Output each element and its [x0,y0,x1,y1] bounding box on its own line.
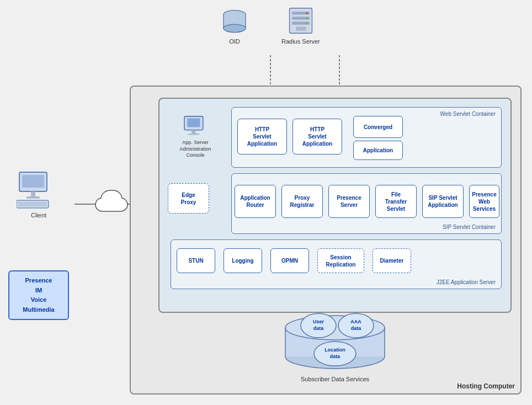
subscriber-db-icon: User data AAA data Location data [274,301,396,373]
edge-proxy-box: EdgeProxy [168,183,209,214]
application-box: Application [353,141,403,160]
monitor-icon [183,115,208,137]
web-servlet-label: Web Servlet Container [440,111,496,117]
subscriber-box: User data AAA data Location data Subscri… [158,297,512,382]
radius-component: Radius Server [281,6,320,45]
svg-rect-41 [26,196,40,199]
diameter-box: Diameter [373,248,411,273]
application-router: ApplicationRouter [235,185,276,218]
svg-point-17 [306,17,308,19]
svg-rect-23 [188,134,199,135]
hosting-label: Hosting Computer [457,382,515,390]
presence-server: PresenceServer [328,185,370,218]
j2ee-box: J2EE Application Server STUN Logging OPM… [171,239,502,289]
svg-rect-21 [187,118,200,127]
diagram-container: OID Radius Server Hosting Computer [0,0,532,405]
app-server-box: App. ServerAdministrationConsole EdgePro… [158,98,512,313]
client-icon [17,171,61,210]
client-area: Client [17,171,61,219]
svg-text:data: data [351,326,362,331]
svg-rect-43 [18,202,47,206]
external-components: OID Radius Server [221,6,320,45]
svg-text:data: data [313,326,324,331]
presence-text: PresenceIMVoiceMultimedia [14,276,63,315]
svg-point-9 [224,24,246,33]
svg-rect-19 [296,26,306,30]
logging-box: Logging [224,248,262,273]
cloud-icon [90,182,131,226]
j2ee-label: J2EE Application Server [437,279,496,285]
http-servlet-app-2: HTTPServletApplication [292,119,342,154]
subscriber-label: Subscriber Data Services [301,376,369,382]
radius-icon [287,6,315,36]
converged-box: Converged [353,116,403,138]
admin-console-area: App. ServerAdministrationConsole [162,115,228,159]
session-replication-box: SessionReplication [317,248,364,273]
presence-web-services: PresenceWebServices [469,185,499,218]
sip-servlet-application: SIP ServletApplication [422,185,464,218]
svg-text:data: data [330,354,341,359]
file-transfer-servlet: FileTransferServlet [375,185,417,218]
svg-point-16 [306,12,308,14]
client-label: Client [31,212,46,219]
svg-rect-40 [31,191,35,197]
radius-label: Radius Server [281,38,320,45]
oid-icon [221,8,248,36]
opmn-box: OPMN [270,248,309,273]
oid-component: OID [221,8,248,45]
web-servlet-container: Web Servlet Container HTTPServletApplica… [231,107,502,168]
admin-console-label: App. ServerAdministrationConsole [179,140,211,159]
sip-servlet-label: SIP Servlet Container [443,224,496,230]
stun-box: STUN [177,248,215,273]
http-servlet-app-1: HTTPServletApplication [237,119,287,154]
edge-proxy-label: EdgeProxy [181,191,196,206]
svg-text:AAA: AAA [350,319,361,324]
presence-box: PresenceIMVoiceMultimedia [8,270,69,320]
oid-label: OID [229,38,240,45]
svg-rect-22 [191,130,195,134]
hosting-box: Hosting Computer App. ServerAdministrati… [130,86,522,395]
proxy-registrar: ProxyRegistrar [281,185,323,218]
sip-servlet-container: SIP Servlet Container ApplicationRouter … [231,173,502,234]
svg-point-18 [306,22,308,24]
svg-rect-39 [22,175,44,188]
svg-text:User: User [313,319,324,324]
svg-text:Location: Location [324,347,345,353]
